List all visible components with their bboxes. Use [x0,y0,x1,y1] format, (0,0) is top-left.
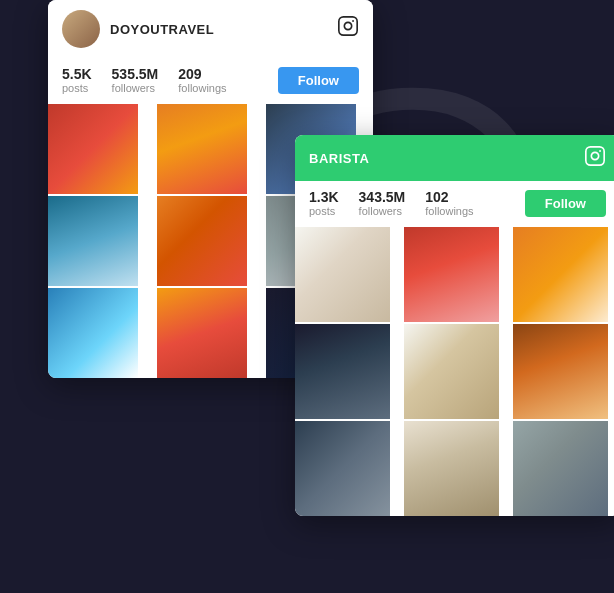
svg-point-1 [344,22,351,29]
posts-value-2: 1.3K [309,189,339,205]
instagram-icon-card2 [584,145,606,171]
barista-grid-image-7 [295,421,390,516]
posts-label-2: posts [309,205,335,217]
card2-header: BARISTA [295,135,614,181]
svg-point-2 [352,20,354,22]
followers-value-2: 343.5M [359,189,406,205]
followings-stat: 209 followings [178,66,226,94]
grid-image-2 [157,104,247,194]
card2-image-grid [295,227,614,516]
barista-grid-image-1 [295,227,390,322]
card2-stats: 1.3K posts 343.5M followers 102 followin… [295,181,614,227]
card1-username: DOYOUTRAVEL [110,22,327,37]
grid-image-4 [48,196,138,286]
card1-stats: 5.5K posts 535.5M followers 209 followin… [48,58,373,104]
followers-label: followers [112,82,155,94]
followers-label-2: followers [359,205,402,217]
barista-grid-image-3 [513,227,608,322]
cards-container: DOYOUTRAVEL 5.5K posts 535.5M followers … [0,0,614,593]
barista-grid-image-6 [513,324,608,419]
followers-stat: 535.5M followers [112,66,159,94]
card2-username: BARISTA [309,151,574,166]
svg-point-5 [599,150,601,152]
followings-stat-2: 102 followings [425,189,473,217]
instagram-icon [337,15,359,43]
posts-stat-2: 1.3K posts [309,189,339,217]
svg-rect-3 [586,147,604,165]
barista-grid-image-4 [295,324,390,419]
grid-image-7 [48,288,138,378]
posts-value: 5.5K [62,66,92,82]
svg-point-4 [591,152,598,159]
avatar [62,10,100,48]
followings-label-2: followings [425,205,473,217]
grid-image-5 [157,196,247,286]
followers-stat-2: 343.5M followers [359,189,406,217]
grid-image-1 [48,104,138,194]
posts-stat: 5.5K posts [62,66,92,94]
card1-header: DOYOUTRAVEL [48,0,373,58]
barista-grid-image-2 [404,227,499,322]
avatar-image [62,10,100,48]
barista-grid-image-5 [404,324,499,419]
grid-image-8 [157,288,247,378]
svg-rect-0 [339,17,357,35]
followings-value: 209 [178,66,201,82]
card-barista: BARISTA 1.3K posts 343.5M followers 102 … [295,135,614,516]
followings-label: followings [178,82,226,94]
followings-value-2: 102 [425,189,448,205]
barista-grid-image-9 [513,421,608,516]
barista-grid-image-8 [404,421,499,516]
follow-button-card2[interactable]: Follow [525,190,606,217]
posts-label: posts [62,82,88,94]
followers-value: 535.5M [112,66,159,82]
follow-button-card1[interactable]: Follow [278,67,359,94]
